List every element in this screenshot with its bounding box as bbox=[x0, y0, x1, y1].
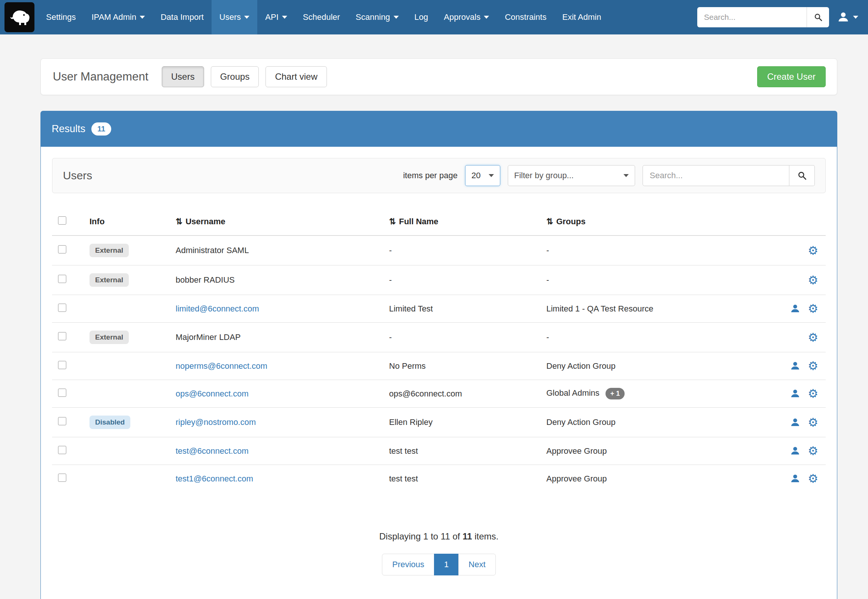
row-checkbox[interactable] bbox=[58, 245, 66, 253]
nav-item-scanning[interactable]: Scanning bbox=[348, 0, 407, 35]
gear-icon[interactable]: ⚙ bbox=[808, 445, 818, 457]
table-search bbox=[643, 165, 815, 186]
impersonate-user-button[interactable] bbox=[790, 417, 800, 427]
row-checkbox[interactable] bbox=[58, 332, 66, 340]
username-link[interactable]: noperms@6connect.com bbox=[176, 361, 267, 371]
gear-icon[interactable]: ⚙ bbox=[808, 473, 818, 485]
groups-cell: Global Admins bbox=[546, 388, 600, 397]
items-per-page-select[interactable]: 20 bbox=[465, 165, 500, 186]
table-search-input[interactable] bbox=[643, 165, 790, 186]
gear-icon[interactable]: ⚙ bbox=[808, 245, 818, 256]
impersonate-user-button[interactable] bbox=[790, 446, 800, 456]
row-checkbox[interactable] bbox=[58, 361, 66, 369]
row-checkbox[interactable] bbox=[58, 417, 66, 425]
mammoth-icon bbox=[8, 5, 32, 29]
page-title: User Management bbox=[53, 70, 148, 83]
impersonate-user-button[interactable] bbox=[790, 304, 800, 314]
view-button-chart-view[interactable]: Chart view bbox=[265, 66, 327, 87]
pagination-previous[interactable]: Previous bbox=[382, 554, 434, 575]
nav-item-users[interactable]: Users bbox=[212, 0, 257, 35]
column-header-username[interactable]: Username bbox=[171, 208, 384, 235]
nav-item-label: IPAM Admin bbox=[92, 12, 136, 22]
pagination: Previous1Next bbox=[52, 554, 826, 575]
gear-icon[interactable]: ⚙ bbox=[808, 417, 818, 428]
username-link[interactable]: ripley@nostromo.com bbox=[176, 417, 256, 427]
full-name-cell: Ellen Ripley bbox=[384, 408, 542, 437]
view-button-groups[interactable]: Groups bbox=[211, 66, 259, 87]
main-nav: SettingsIPAM AdminData ImportUsersAPISch… bbox=[38, 0, 609, 35]
chevron-down-icon bbox=[393, 16, 399, 19]
nav-item-log[interactable]: Log bbox=[407, 0, 436, 35]
nav-item-exit-admin[interactable]: Exit Admin bbox=[554, 0, 609, 35]
row-checkbox[interactable] bbox=[58, 388, 66, 397]
groups-cell: - bbox=[546, 275, 549, 284]
chevron-down-icon bbox=[624, 174, 629, 177]
column-header-groups[interactable]: Groups bbox=[542, 208, 773, 235]
top-navbar: SettingsIPAM AdminData ImportUsersAPISch… bbox=[0, 0, 868, 35]
nav-item-label: Approvals bbox=[444, 12, 481, 22]
gear-icon[interactable]: ⚙ bbox=[808, 274, 818, 286]
username-link[interactable]: test1@6connect.com bbox=[176, 474, 253, 483]
gear-icon[interactable]: ⚙ bbox=[808, 388, 818, 399]
pagination-1[interactable]: 1 bbox=[434, 554, 459, 575]
nav-item-approvals[interactable]: Approvals bbox=[436, 0, 497, 35]
nav-item-label: Users bbox=[219, 12, 241, 22]
page-container: User Management UsersGroupsChart view Cr… bbox=[41, 59, 837, 599]
nav-item-label: Exit Admin bbox=[562, 12, 601, 22]
global-search-button[interactable] bbox=[806, 7, 829, 27]
full-name-cell: test test bbox=[384, 465, 542, 493]
external-badge: External bbox=[89, 273, 129, 287]
username-link[interactable]: limited@6connect.com bbox=[176, 304, 259, 313]
chevron-down-icon bbox=[853, 16, 858, 19]
table-search-button[interactable] bbox=[790, 165, 815, 186]
view-button-users[interactable]: Users bbox=[162, 66, 204, 87]
user-icon bbox=[790, 446, 800, 456]
row-checkbox[interactable] bbox=[58, 275, 66, 283]
select-all-checkbox[interactable] bbox=[58, 217, 66, 224]
table-row: ExternalMajorMiner LDAP--⚙ bbox=[52, 323, 826, 352]
row-checkbox[interactable] bbox=[58, 304, 66, 312]
user-icon bbox=[790, 304, 800, 314]
filter-group-select[interactable]: Filter by group... bbox=[508, 165, 635, 186]
filter-group-value: Filter by group... bbox=[514, 171, 574, 181]
gear-icon[interactable]: ⚙ bbox=[808, 303, 818, 315]
disabled-badge: Disabled bbox=[89, 415, 130, 429]
nav-item-label: API bbox=[265, 12, 278, 22]
chevron-down-icon bbox=[282, 16, 287, 19]
table-row: noperms@6connect.comNo PermsDeny Action … bbox=[52, 352, 826, 380]
column-header-full-name[interactable]: Full Name bbox=[384, 208, 542, 235]
user-menu[interactable] bbox=[837, 11, 858, 23]
items-per-page-label: items per page bbox=[403, 171, 458, 181]
groups-more-badge[interactable]: + 1 bbox=[606, 388, 625, 399]
nav-item-ipam-admin[interactable]: IPAM Admin bbox=[84, 0, 153, 35]
nav-item-settings[interactable]: Settings bbox=[38, 0, 84, 35]
username-link[interactable]: ops@6connect.com bbox=[176, 389, 249, 398]
create-user-button[interactable]: Create User bbox=[757, 66, 826, 87]
nav-item-constraints[interactable]: Constraints bbox=[497, 0, 554, 35]
global-search-input[interactable] bbox=[697, 7, 806, 27]
nav-item-api[interactable]: API bbox=[257, 0, 295, 35]
pagination-next[interactable]: Next bbox=[458, 554, 496, 575]
gear-icon[interactable]: ⚙ bbox=[808, 360, 818, 372]
table-row: test@6connect.comtest testApprovee Group… bbox=[52, 437, 826, 465]
nav-item-data-import[interactable]: Data Import bbox=[153, 0, 212, 35]
impersonate-user-button[interactable] bbox=[790, 474, 800, 484]
nav-item-label: Scanning bbox=[356, 12, 390, 22]
navbar-right bbox=[697, 7, 868, 27]
groups-cell: Approvee Group bbox=[546, 446, 607, 456]
username-text: bobber RADIUS bbox=[176, 275, 235, 284]
sort-icon bbox=[389, 217, 399, 226]
nav-item-scheduler[interactable]: Scheduler bbox=[295, 0, 348, 35]
full-name-cell: ops@6connect.com bbox=[384, 380, 542, 408]
mammoth-logo[interactable] bbox=[5, 2, 35, 32]
impersonate-user-button[interactable] bbox=[790, 361, 800, 371]
gear-icon[interactable]: ⚙ bbox=[808, 332, 818, 343]
row-checkbox[interactable] bbox=[58, 446, 66, 454]
impersonate-user-button[interactable] bbox=[790, 388, 800, 399]
user-icon bbox=[790, 474, 800, 484]
row-checkbox[interactable] bbox=[58, 474, 66, 482]
chevron-down-icon bbox=[140, 16, 145, 19]
username-link[interactable]: test@6connect.com bbox=[176, 446, 249, 456]
chevron-down-icon bbox=[244, 16, 249, 19]
full-name-cell: - bbox=[384, 265, 542, 295]
